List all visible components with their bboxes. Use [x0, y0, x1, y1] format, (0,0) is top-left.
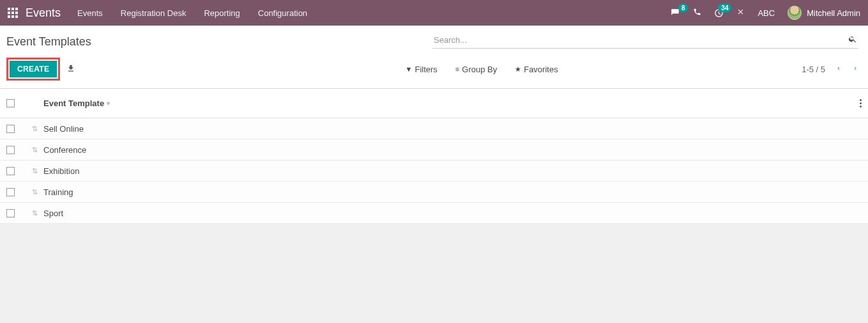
drag-handle-icon[interactable]: ⇅ — [32, 125, 38, 133]
avatar — [788, 6, 802, 20]
drag-handle-icon[interactable]: ⇅ — [32, 146, 38, 154]
row-name: Training — [43, 187, 862, 197]
nav-reporting[interactable]: Reporting — [204, 8, 240, 18]
star-icon: ★ — [515, 65, 521, 74]
app-brand[interactable]: Events — [26, 6, 61, 20]
search-input[interactable] — [432, 32, 847, 48]
sort-caret-icon: ▾ — [107, 100, 110, 107]
funnel-icon: ▼ — [406, 65, 413, 73]
create-button[interactable]: CREATE — [10, 61, 57, 77]
export-button[interactable] — [66, 64, 75, 75]
table-row[interactable]: ⇅ Sell Online — [0, 118, 868, 139]
nav-configuration[interactable]: Configuration — [258, 8, 307, 18]
drag-handle-icon[interactable]: ⇅ — [32, 188, 38, 196]
list-header-row: Event Template ▾ — [0, 89, 868, 118]
activities-badge: 34 — [718, 4, 731, 12]
row-checkbox[interactable] — [6, 146, 15, 154]
row-checkbox[interactable] — [6, 209, 15, 217]
company-switcher[interactable]: ABC — [758, 8, 775, 18]
close-icon — [736, 8, 745, 16]
pager-next[interactable] — [852, 64, 858, 75]
phone-icon — [693, 8, 701, 16]
row-name: Sell Online — [43, 124, 862, 134]
messages-button[interactable]: 8 — [670, 8, 680, 17]
select-all-checkbox[interactable] — [6, 99, 15, 107]
pager-prev[interactable] — [835, 64, 842, 75]
username: Mitchell Admin — [807, 8, 860, 18]
chevron-right-icon — [852, 64, 858, 73]
chevron-left-icon — [835, 64, 842, 73]
column-header-name[interactable]: Event Template ▾ — [43, 98, 849, 108]
phone-button[interactable] — [693, 8, 701, 18]
table-row[interactable]: ⇅ Training — [0, 182, 868, 203]
row-name: Sport — [43, 209, 862, 218]
group-by-label: Group By — [462, 65, 497, 74]
table-row[interactable]: ⇅ Conference — [0, 139, 868, 161]
row-checkbox[interactable] — [6, 125, 15, 133]
download-icon — [66, 64, 75, 73]
apps-menu-icon[interactable] — [8, 8, 18, 18]
row-checkbox[interactable] — [6, 167, 15, 175]
apps-grid-icon — [8, 8, 18, 18]
list-icon: ≡ — [455, 65, 459, 73]
close-button[interactable] — [736, 8, 745, 18]
drag-handle-icon[interactable]: ⇅ — [32, 167, 38, 175]
table-row[interactable]: ⇅ Exhibition — [0, 161, 868, 182]
pager-text[interactable]: 1-5 / 5 — [802, 65, 825, 74]
drag-handle-icon[interactable]: ⇅ — [32, 209, 38, 217]
search-icon — [848, 35, 857, 43]
column-header-label: Event Template — [43, 98, 104, 108]
search-button[interactable] — [847, 35, 858, 45]
page-title: Event Templates — [6, 35, 432, 49]
group-by-button[interactable]: ≡ Group By — [455, 65, 497, 74]
favorites-label: Favorites — [524, 65, 558, 74]
kebab-icon — [860, 99, 862, 107]
nav-events[interactable]: Events — [77, 8, 103, 18]
column-options-button[interactable] — [849, 99, 862, 107]
filters-label: Filters — [415, 65, 437, 74]
favorites-button[interactable]: ★ Favorites — [515, 65, 558, 74]
row-name: Conference — [43, 145, 862, 155]
nav-registration-desk[interactable]: Registration Desk — [121, 8, 187, 18]
activities-button[interactable]: 34 — [714, 8, 724, 18]
row-checkbox[interactable] — [6, 188, 15, 196]
filters-button[interactable]: ▼ Filters — [406, 65, 438, 74]
user-menu[interactable]: Mitchell Admin — [788, 6, 860, 20]
row-name: Exhibition — [43, 166, 862, 176]
messages-badge: 8 — [678, 4, 689, 12]
create-highlight: CREATE — [6, 58, 60, 81]
table-row[interactable]: ⇅ Sport — [0, 203, 868, 224]
